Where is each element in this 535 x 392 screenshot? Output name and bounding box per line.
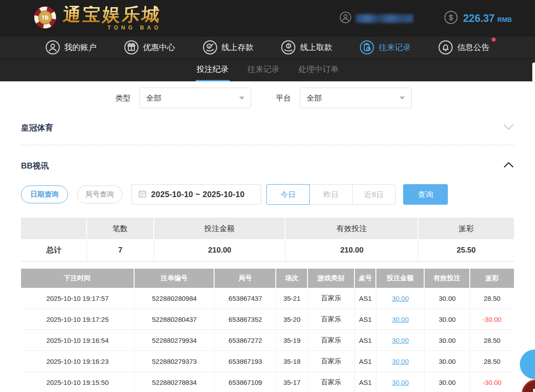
bet-table-header: 下注时间注单编号局号场次游戏类别桌号投注金额有效投注派彩 — [21, 269, 514, 288]
search-button[interactable]: 查询 — [403, 184, 448, 205]
floating-widget-partial[interactable] — [532, 63, 535, 84]
balance-currency: RMB — [497, 16, 512, 23]
bet-records-table: 下注时间注单编号局号场次游戏类别桌号投注金额有效投注派彩 2025-10-10 … — [21, 269, 514, 392]
table-cell: 653867109 — [215, 372, 276, 392]
records-icon — [360, 40, 374, 55]
bet-amount-link[interactable]: 30.00 — [376, 330, 425, 351]
balance-block: $ 226.37 RMB — [444, 11, 512, 26]
platform-select[interactable]: 全部 — [300, 88, 412, 108]
top-header: TB 通宝娱乐城 TONG BAO $ — [0, 0, 535, 37]
tab-processing-orders[interactable]: 处理中订单 — [298, 59, 340, 81]
section-title-bb-video: BB视讯 — [21, 160, 49, 171]
table-row: 2025-10-10 19:16:23522880279373653867193… — [21, 351, 514, 372]
table-cell: 百家乐 — [308, 351, 355, 372]
table-cell: AS1 — [355, 372, 377, 392]
user-avatar-icon — [340, 12, 351, 25]
user-account-block[interactable] — [340, 12, 413, 25]
table-row: 2025-10-10 19:15:50522880278834653867109… — [21, 372, 514, 392]
filter-row: 类型 全部 平台 全部 — [115, 88, 514, 108]
bet-column-header: 派彩 — [470, 269, 514, 288]
chevron-up-icon[interactable] — [503, 162, 514, 170]
calendar-icon — [138, 190, 147, 200]
table-cell: 30.00 — [425, 330, 470, 351]
table-cell: 653867437 — [215, 288, 276, 309]
brand-name-en: TONG BAO — [108, 25, 161, 31]
nav-label: 信息公告 — [457, 42, 489, 53]
summary-table: 笔数 投注金额 有效投注 派彩 总计 7 210.00 210.00 25.50 — [21, 218, 514, 261]
table-cell: 百家乐 — [308, 330, 355, 351]
table-cell: 522880279373 — [135, 351, 215, 372]
table-cell: 百家乐 — [308, 309, 355, 330]
bell-icon — [438, 40, 453, 55]
tab-betting-records[interactable]: 投注纪录 — [196, 59, 230, 81]
casino-chip-icon: TB — [34, 6, 57, 31]
svg-text:$: $ — [449, 13, 454, 22]
table-cell: 30.00 — [425, 288, 470, 309]
table-cell: 百家乐 — [308, 372, 355, 392]
bet-column-header: 桌号 — [355, 269, 377, 288]
bet-amount-link[interactable]: 30.00 — [376, 351, 425, 372]
table-cell: 522880278834 — [135, 372, 215, 392]
round-query-button[interactable]: 局号查询 — [77, 185, 122, 203]
nav-item-online-deposit[interactable]: ¥ 线上存款 — [203, 40, 254, 55]
table-cell: AS1 — [355, 309, 377, 330]
summary-header-valid-bet: 有效投注 — [286, 218, 418, 239]
bet-column-header: 下注时间 — [21, 269, 135, 288]
nav-label: 线上取款 — [300, 42, 332, 53]
summary-header-count: 笔数 — [87, 218, 154, 239]
section-bb-video[interactable]: BB视讯 — [21, 160, 514, 171]
day-shortcut-group: 今日 昨日 近8日 — [266, 184, 396, 205]
chevron-down-icon[interactable] — [503, 124, 514, 132]
yesterday-button[interactable]: 昨日 — [309, 184, 353, 205]
notification-dot — [492, 38, 496, 42]
svg-text:$: $ — [288, 44, 290, 48]
record-subtabs: 投注纪录 往来记录 处理中订单 — [0, 59, 535, 81]
table-cell: 35-20 — [276, 309, 308, 330]
type-filter-label: 类型 — [115, 93, 131, 103]
username-redacted — [356, 14, 413, 23]
table-cell: 35-18 — [276, 351, 308, 372]
today-button[interactable]: 今日 — [266, 184, 310, 205]
date-range-input[interactable]: 2025-10-10 ~ 2025-10-10 — [131, 184, 261, 205]
table-cell: -30.00 — [470, 309, 514, 330]
chip-tb-label: TB — [42, 15, 49, 21]
bet-amount-link[interactable]: 30.00 — [376, 372, 425, 392]
user-icon — [46, 40, 60, 55]
table-cell: AS1 — [355, 330, 377, 351]
table-cell: 522880280437 — [135, 309, 215, 330]
section-crown-sports[interactable]: 皇冠体育 — [21, 122, 514, 133]
balance-amount: 226.37 — [463, 13, 494, 24]
nav-item-my-account[interactable]: 我的账户 — [46, 40, 97, 55]
table-cell: 28.50 — [470, 330, 514, 351]
nav-label: 优惠中心 — [143, 42, 175, 53]
table-cell: 30.00 — [425, 372, 470, 392]
table-cell: -30.00 — [470, 372, 514, 392]
tab-transaction-records[interactable]: 往来记录 — [247, 59, 281, 81]
date-range-value: 2025-10-10 ~ 2025-10-10 — [151, 190, 244, 199]
table-cell: 百家乐 — [308, 288, 355, 309]
table-cell: 30.00 — [425, 309, 470, 330]
summary-bet-amount-value: 210.00 — [154, 239, 286, 261]
nav-item-online-withdraw[interactable]: $ 线上取款 — [281, 40, 332, 55]
nav-item-transaction-records[interactable]: 往来记录 — [360, 40, 411, 55]
table-cell: 35-19 — [276, 330, 308, 351]
table-cell: 30.00 — [425, 351, 470, 372]
nav-item-announcements[interactable]: 信息公告 — [438, 40, 489, 55]
table-cell: 653867193 — [215, 351, 276, 372]
last-8-days-button[interactable]: 近8日 — [352, 184, 396, 205]
nav-label: 我的账户 — [64, 42, 97, 53]
summary-count-value: 7 — [87, 239, 154, 261]
nav-item-promotions[interactable]: 优惠中心 — [124, 40, 175, 55]
section-title-crown-sports: 皇冠体育 — [21, 122, 53, 133]
summary-header-empty — [21, 218, 87, 239]
table-row: 2025-10-10 19:16:54522880279934653867272… — [21, 330, 514, 351]
bet-amount-link[interactable]: 30.00 — [376, 288, 425, 309]
date-query-button[interactable]: 日期查询 — [21, 185, 68, 203]
dollar-coin-icon: $ — [444, 11, 458, 26]
site-logo[interactable]: TB 通宝娱乐城 TONG BAO — [34, 6, 161, 31]
summary-header-row: 笔数 投注金额 有效投注 派彩 — [21, 218, 514, 239]
bet-amount-link[interactable]: 30.00 — [376, 309, 425, 330]
summary-total-row: 总计 7 210.00 210.00 25.50 — [21, 239, 514, 261]
type-select[interactable]: 全部 — [139, 88, 251, 108]
deposit-icon: ¥ — [203, 40, 217, 55]
